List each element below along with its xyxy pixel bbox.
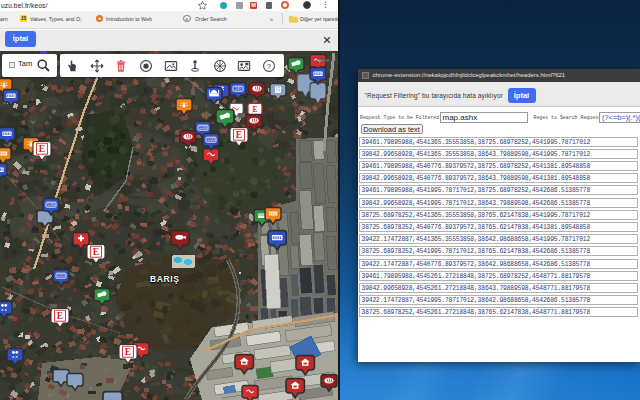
svg-text:E: E: [57, 311, 63, 321]
svg-text:?: ?: [267, 61, 272, 70]
svg-text:E: E: [39, 144, 45, 154]
svg-text:E: E: [236, 130, 242, 140]
svg-text:1245: 1245: [47, 203, 55, 207]
svg-text:1212: 1212: [57, 274, 65, 278]
svg-text:1245: 1245: [199, 126, 207, 130]
svg-text:1242: 1242: [207, 138, 215, 142]
svg-text:E: E: [252, 105, 257, 114]
svg-text:E: E: [125, 347, 131, 357]
svg-text:E: E: [93, 247, 99, 257]
svg-text:249: 249: [235, 87, 241, 91]
svg-text:18ce: 18ce: [316, 57, 330, 63]
